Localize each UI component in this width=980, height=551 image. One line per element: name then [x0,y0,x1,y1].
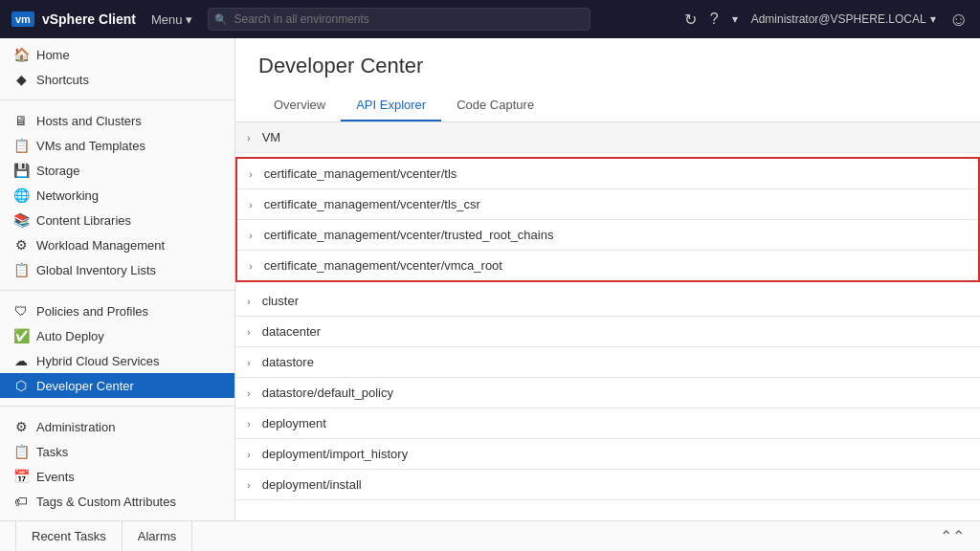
sidebar-item-hosts-clusters[interactable]: 🖥 Hosts and Clusters [0,108,234,133]
highlighted-group: › certificate_management/vcenter/tls › c… [235,157,980,282]
api-row-label: datastore [262,355,314,369]
sidebar-item-label: Shortcuts [36,73,89,87]
api-row-cert-tls[interactable]: › certificate_management/vcenter/tls [237,159,978,189]
vms-icon: 📋 [13,138,29,153]
sidebar-item-label: VMs and Templates [36,139,145,153]
sidebar-item-label: Administration [36,420,115,434]
expand-icon[interactable]: ⌃⌃ [940,527,965,545]
sidebar: 🏠 Home ◆ Shortcuts 🖥 Hosts and Clusters … [0,38,235,520]
api-row-cluster[interactable]: › cluster [235,286,980,317]
bottombar-right: ⌃⌃ [940,527,965,545]
workload-icon: ⚙ [13,237,29,253]
sidebar-item-global-inventory-lists[interactable]: 📋 Global Inventory Lists [0,257,234,282]
bottom-tab-alarms[interactable]: Alarms [122,521,192,551]
shortcuts-icon: ◆ [13,72,29,87]
sidebar-inventory-section: 🖥 Hosts and Clusters 📋 VMs and Templates… [0,104,234,286]
brand: vm vSphere Client [11,11,136,27]
api-row-deployment-install[interactable]: › deployment/install [235,470,980,500]
developer-center-icon: ⬡ [13,378,29,393]
chevron-right-icon: › [249,230,253,241]
chevron-right-icon: › [249,168,253,180]
api-row-cert-vmca-root[interactable]: › certificate_management/vcenter/vmca_ro… [237,251,978,280]
api-row-label: datacenter [262,324,321,339]
username: Administrator@VSPHERE.LOCAL [751,12,926,26]
chevron-down-icon: ▾ [732,12,738,26]
api-row-vm[interactable]: › VM [235,122,980,153]
chevron-right-icon: › [247,296,251,307]
api-row-cert-tls-csr[interactable]: › certificate_management/vcenter/tls_csr [237,189,978,220]
sidebar-item-developer-center[interactable]: ⬡ Developer Center [0,373,234,398]
bottom-tab-recent-tasks[interactable]: Recent Tasks [15,521,122,551]
global-inventory-icon: 📋 [13,262,29,277]
chevron-right-icon: › [249,260,253,272]
api-row-datastore[interactable]: › datastore [235,347,980,378]
sidebar-item-administration[interactable]: ⚙ Administration [0,414,234,439]
sidebar-item-policies-profiles[interactable]: 🛡 Policies and Profiles [0,298,234,323]
api-row-deployment[interactable]: › deployment [235,408,980,439]
api-row-label: certificate_management/vcenter/tls_csr [264,197,480,211]
tab-overview[interactable]: Overview [258,90,341,121]
chevron-right-icon: › [247,418,251,430]
divider-1 [0,99,234,100]
vm-logo: vm [11,11,34,27]
api-row-datastore-policy[interactable]: › datastore/default_policy [235,378,980,408]
sidebar-item-label: Workload Management [36,238,165,253]
sidebar-item-shortcuts[interactable]: ◆ Shortcuts [0,67,234,92]
sidebar-item-label: Hosts and Clusters [36,114,142,128]
app-title: vSphere Client [42,11,136,27]
sidebar-item-tasks[interactable]: 📋 Tasks [0,439,234,464]
tab-code-capture[interactable]: Code Capture [441,90,549,121]
sidebar-item-auto-deploy[interactable]: ✅ Auto Deploy [0,323,234,348]
sidebar-item-vms-templates[interactable]: 📋 VMs and Templates [0,133,234,158]
api-row-label: VM [262,130,281,144]
content-libraries-icon: 📚 [13,212,29,228]
sidebar-admin-section: ⚙ Administration 📋 Tasks 📅 Events 🏷 Tags… [0,410,234,520]
search-input[interactable] [208,8,590,31]
tags-icon: 🏷 [13,494,29,509]
sidebar-item-label: Home [36,48,70,62]
home-icon: 🏠 [13,47,29,62]
auto-deploy-icon: ✅ [13,328,29,343]
menu-label: Menu [151,12,183,27]
api-row-datacenter[interactable]: › datacenter [235,317,980,347]
policies-icon: 🛡 [13,303,29,319]
menu-chevron-icon: ▾ [186,12,192,27]
api-row-deployment-import[interactable]: › deployment/import_history [235,439,980,470]
sidebar-item-hybrid-cloud-services[interactable]: ☁ Hybrid Cloud Services [0,348,234,373]
sidebar-item-label: Policies and Profiles [36,304,148,319]
sidebar-item-lifecycle-manager[interactable]: ♻ Lifecycle Manager [0,514,234,520]
api-row-label: deployment/install [262,477,362,492]
user-account[interactable]: Administrator@VSPHERE.LOCAL ▾ [751,12,936,26]
tab-api-explorer[interactable]: API Explorer [341,90,441,121]
main-layout: 🏠 Home ◆ Shortcuts 🖥 Hosts and Clusters … [0,38,980,520]
api-row-cert-trusted-root[interactable]: › certificate_management/vcenter/trusted… [237,220,978,251]
sidebar-item-home[interactable]: 🏠 Home [0,42,234,67]
sidebar-item-networking[interactable]: 🌐 Networking [0,183,234,208]
api-row-label: cluster [262,294,299,308]
sidebar-item-label: Hybrid Cloud Services [36,354,160,368]
sidebar-item-workload-management[interactable]: ⚙ Workload Management [0,232,234,257]
bottombar: Recent Tasks Alarms ⌃⌃ [0,520,980,551]
api-row-label: deployment [262,416,326,430]
api-content[interactable]: › VM › certificate_management/vcenter/tl… [235,122,980,520]
refresh-icon[interactable]: ↻ [684,11,697,29]
help-icon[interactable]: ? [710,11,719,28]
tasks-icon: 📋 [13,444,29,459]
api-row-label: certificate_management/vcenter/tls [264,166,457,181]
chevron-right-icon: › [247,132,251,143]
hosts-icon: 🖥 [13,113,29,128]
sidebar-item-label: Tasks [36,445,68,459]
sidebar-item-label: Content Libraries [36,213,131,228]
user-chevron-icon: ▾ [930,12,936,26]
api-row-label: datastore/default_policy [262,386,393,400]
sidebar-item-events[interactable]: 📅 Events [0,464,234,489]
topbar-right: ↻ ? ▾ Administrator@VSPHERE.LOCAL ▾ ☺ [684,9,969,31]
avatar-icon[interactable]: ☺ [949,9,969,31]
sidebar-policy-section: 🛡 Policies and Profiles ✅ Auto Deploy ☁ … [0,295,234,402]
sidebar-item-tags-custom-attributes[interactable]: 🏷 Tags & Custom Attributes [0,489,234,514]
sidebar-item-storage[interactable]: 💾 Storage [0,158,234,183]
chevron-right-icon: › [247,326,251,338]
chevron-right-icon: › [247,479,251,491]
menu-button[interactable]: Menu ▾ [151,12,193,27]
sidebar-item-content-libraries[interactable]: 📚 Content Libraries [0,208,234,232]
